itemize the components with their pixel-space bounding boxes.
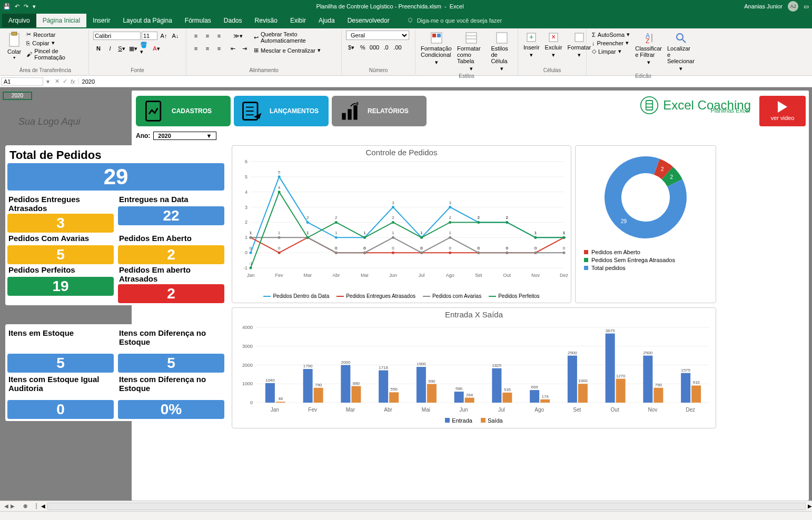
user-name[interactable]: Ananias Junior (744, 3, 783, 9)
insert-cells-button[interactable]: +Inserir▾ (522, 31, 541, 59)
sort-filter-button[interactable]: AZClassificar e Filtrar▾ (634, 31, 663, 67)
avatar[interactable]: AJ (788, 1, 798, 12)
format-icon (573, 32, 585, 43)
svg-text:Mai: Mai (422, 407, 430, 413)
video-button[interactable]: ver video (759, 96, 806, 126)
tab-insert[interactable]: Inserir (86, 14, 116, 27)
save-icon[interactable]: 💾 (3, 3, 11, 10)
increase-decimal-button[interactable]: .0 (381, 42, 391, 53)
number-format-select[interactable]: Geral (346, 31, 409, 40)
increase-font-icon[interactable]: A↑ (159, 31, 169, 41)
indent-decrease-icon[interactable]: ⇤ (227, 43, 238, 54)
bold-button[interactable]: N (93, 43, 104, 54)
format-painter-button[interactable]: 🖌Pincel de Formatação (25, 47, 84, 61)
kpi-aberto-atr-value: 2 (118, 284, 224, 303)
ribbon-display-icon[interactable]: ▭ (804, 3, 809, 10)
scroll-left-icon[interactable]: ◀ (41, 503, 45, 509)
fill-color-button[interactable]: 🪣▾ (140, 43, 150, 54)
redo-icon[interactable]: ↷ (24, 3, 28, 10)
svg-text:1: 1 (363, 231, 366, 235)
tab-developer[interactable]: Desenvolvedor (341, 14, 396, 27)
enter-formula-icon[interactable]: ✓ (63, 78, 67, 85)
svg-text:669: 669 (531, 385, 538, 389)
font-color-button[interactable]: A▾ (151, 43, 162, 54)
align-bottom-icon[interactable]: ≡ (214, 31, 224, 41)
wrap-text-button[interactable]: ↩Quebrar Texto Automaticamente (253, 31, 337, 44)
worksheet-area[interactable]: 2020 Sua Logo Aqui CADASTROS LANÇAMENTOS… (0, 87, 812, 501)
undo-icon[interactable]: ↶ (15, 3, 19, 10)
scroll-right-icon[interactable]: ▶ (808, 503, 812, 509)
format-table-button[interactable]: Formatar como Tabela▾ (456, 31, 487, 73)
find-select-button[interactable]: Localizar e Selecionar▾ (666, 31, 696, 73)
decrease-font-icon[interactable]: A↓ (170, 31, 181, 41)
align-top-icon[interactable]: ≡ (191, 31, 201, 41)
formula-input[interactable] (79, 78, 812, 85)
cell-styles-button[interactable]: Estilos de Célula▾ (490, 31, 513, 73)
ano-select[interactable]: 2020▼ (153, 132, 216, 140)
decrease-decimal-button[interactable]: .00 (392, 42, 403, 53)
align-middle-icon[interactable]: ≡ (202, 31, 213, 41)
insert-icon: + (526, 32, 537, 43)
chart-entrada-saida[interactable]: Entrada X Saída 01000200030004000Jan1040… (232, 307, 716, 428)
currency-button[interactable]: $▾ (346, 42, 357, 53)
kpi-nadata-value: 22 (118, 206, 224, 225)
svg-text:Dez: Dez (686, 407, 695, 413)
tab-view[interactable]: Exibir (284, 14, 312, 27)
cancel-formula-icon[interactable]: ✕ (55, 78, 60, 85)
clear-button[interactable]: ◇Limpar ▾ (591, 47, 631, 55)
merge-center-button[interactable]: ⊞Mesclar e Centralizar ▾ (253, 46, 337, 54)
indent-increase-icon[interactable]: ⇥ (239, 43, 250, 54)
name-box-dropdown-icon[interactable]: ▾ (44, 78, 52, 85)
orientation-button[interactable]: ≫▾ (227, 31, 249, 41)
sheet-next-icon[interactable]: ▶ (11, 503, 15, 509)
svg-text:Jun: Jun (460, 407, 468, 413)
tab-formulas[interactable]: Fórmulas (179, 14, 217, 27)
chart-controle-pedidos[interactable]: Controle de Pedidos -10123456JanFevMarAb… (232, 145, 571, 303)
delete-cells-button[interactable]: ×Excluir▾ (544, 31, 563, 59)
chart-donut[interactable]: 2229 Pedidos em AbertoPedidos Sem Entreg… (575, 145, 716, 303)
cut-button[interactable]: ✂Recortar (25, 31, 84, 38)
logo-placeholder: Sua Logo Aqui (18, 116, 80, 127)
conditional-format-button[interactable]: Formatação Condicional▾ (420, 31, 453, 67)
underline-button[interactable]: S ▾ (116, 43, 127, 54)
name-box[interactable] (1, 77, 43, 86)
tab-data[interactable]: Dados (217, 14, 249, 27)
svg-rect-32 (646, 101, 653, 110)
svg-text:1: 1 (563, 231, 566, 235)
fill-button[interactable]: ↓Preencher ▾ (591, 39, 631, 47)
nav-relatorios-button[interactable]: $ RELATÓRIOS (332, 96, 427, 126)
fx-icon[interactable]: fx (71, 78, 75, 85)
svg-point-121 (392, 236, 394, 239)
sheet-prev-icon[interactable]: ◀ (4, 503, 8, 509)
italic-button[interactable]: I (105, 43, 115, 54)
copy-button[interactable]: ⎘Copiar ▾ (25, 39, 84, 47)
svg-text:535: 535 (504, 387, 511, 392)
nav-lancamentos-button[interactable]: LANÇAMENTOS (234, 96, 329, 126)
tab-help[interactable]: Ajuda (312, 14, 341, 27)
paste-button[interactable]: Colar▼ (6, 31, 22, 61)
percent-button[interactable]: % (358, 42, 368, 53)
tab-home[interactable]: Página Inicial (36, 14, 86, 27)
cell-a1[interactable]: 2020 (3, 92, 32, 100)
align-center-icon[interactable]: ≡ (202, 43, 213, 54)
thousands-button[interactable]: 000 (369, 42, 380, 53)
borders-button[interactable]: ▦▾ (128, 43, 138, 54)
horizontal-scrollbar[interactable] (47, 503, 806, 510)
svg-point-19 (677, 34, 683, 40)
tab-file[interactable]: Arquivo (2, 14, 36, 27)
new-sheet-button[interactable]: ⊕ (19, 503, 32, 509)
svg-rect-173 (265, 383, 275, 403)
align-left-icon[interactable]: ≡ (191, 43, 201, 54)
font-size-select[interactable] (142, 32, 157, 40)
svg-text:Mar: Mar (346, 407, 355, 413)
nav-cadastros-button[interactable]: CADASTROS (136, 96, 231, 126)
tell-me-input[interactable]: Diga-me o que você deseja fazer (407, 17, 502, 24)
align-right-icon[interactable]: ≡ (214, 43, 224, 54)
kpi-aberto-atr-label: Pedidos Em aberto Atrasados (119, 265, 223, 283)
tab-review[interactable]: Revisão (249, 14, 284, 27)
svg-point-77 (449, 206, 451, 208)
autosum-button[interactable]: ΣAutoSoma ▾ (591, 31, 631, 38)
font-name-select[interactable] (93, 32, 141, 40)
tab-layout[interactable]: Layout da Página (116, 14, 178, 27)
svg-point-111 (250, 236, 252, 239)
